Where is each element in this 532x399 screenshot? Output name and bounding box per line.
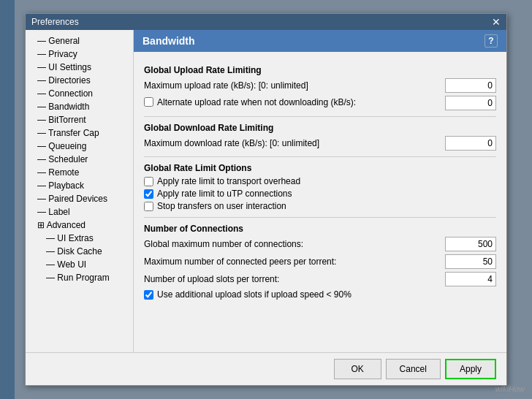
alt-upload-label: Alternate upload rate when not downloadi… [157, 97, 445, 107]
sidebar-item-disk-cache[interactable]: — Disk Cache [26, 245, 133, 258]
sidebar-item-web-ui[interactable]: — Web UI [26, 258, 133, 271]
dialog-footer: OK Cancel Apply [26, 352, 506, 385]
global-max-conn-row: Global maximum number of connections: [144, 237, 496, 251]
apply-button[interactable]: Apply [445, 359, 496, 379]
sidebar-item-scheduler[interactable]: — Scheduler [26, 153, 133, 166]
divider-3 [144, 217, 496, 218]
sidebar-item-playback[interactable]: — Playback [26, 179, 133, 192]
alt-upload-input[interactable] [445, 96, 496, 110]
max-peers-label: Maximum number of connected peers per to… [144, 256, 445, 267]
divider-2 [144, 156, 496, 157]
divider-1 [144, 116, 496, 117]
group-upload-label: Global Upload Rate Limiting [144, 65, 496, 75]
sidebar-item-connection[interactable]: — Connection [26, 87, 133, 100]
utp-connections-row: Apply rate limit to uTP connections [144, 189, 496, 199]
alt-upload-row: Alternate upload rate when not downloadi… [144, 96, 496, 110]
sidebar-item-bandwidth[interactable]: — Bandwidth [26, 100, 133, 113]
sidebar-item-ui-extras[interactable]: — UI Extras [26, 232, 133, 245]
sidebar-item-queueing[interactable]: — Queueing [26, 140, 133, 153]
preferences-dialog: Preferences ✕ — General— Privacy— UI Set… [25, 13, 507, 386]
sidebar-item-remote[interactable]: — Remote [26, 166, 133, 179]
sidebar-item-general[interactable]: — General [26, 34, 133, 48]
max-download-label: Maximum download rate (kB/s): [0: unlimi… [144, 138, 445, 148]
upload-slots-label: Number of upload slots per torrent: [144, 274, 445, 284]
max-upload-label: Maximum upload rate (kB/s): [0: unlimite… [144, 80, 445, 91]
utp-connections-label: Apply rate limit to uTP connections [157, 189, 292, 199]
section-title: Bandwidth [142, 35, 195, 47]
stop-transfers-row: Stop transfers on user interaction [144, 201, 496, 211]
dialog-body: — General— Privacy— UI Settings— Directo… [26, 30, 506, 352]
close-button[interactable]: ✕ [492, 17, 501, 27]
cancel-button[interactable]: Cancel [386, 359, 441, 379]
section-header: Bandwidth ? [134, 30, 506, 52]
transport-overhead-label: Apply rate limit to transport overhead [157, 176, 300, 186]
content-area: Global Upload Rate Limiting Maximum uplo… [134, 52, 506, 352]
dialog-title: Preferences [31, 17, 79, 27]
group-rate-options-label: Global Rate Limit Options [144, 163, 496, 173]
max-download-row: Maximum download rate (kB/s): [0: unlimi… [144, 136, 496, 151]
sidebar-item-ui-settings[interactable]: — UI Settings [26, 61, 133, 74]
max-download-input[interactable] [445, 136, 496, 151]
sidebar-item-advanced[interactable]: ⊞ Advanced [26, 218, 133, 232]
upload-slots-input[interactable] [445, 272, 496, 286]
additional-slots-checkbox[interactable] [144, 290, 153, 300]
group-connections-label: Number of Connections [144, 224, 496, 234]
group-download-label: Global Download Rate Limiting [144, 123, 496, 133]
upload-slots-row: Number of upload slots per torrent: [144, 272, 496, 286]
sidebar-item-bittorrent[interactable]: — BitTorrent [26, 113, 133, 126]
global-max-conn-label: Global maximum number of connections: [144, 239, 445, 249]
stop-transfers-label: Stop transfers on user interaction [157, 201, 286, 211]
sidebar-item-label[interactable]: — Label [26, 205, 133, 218]
max-upload-row: Maximum upload rate (kB/s): [0: unlimite… [144, 78, 496, 93]
sidebar-item-transfer-cap[interactable]: — Transfer Cap [26, 126, 133, 140]
alt-upload-checkbox[interactable] [144, 97, 153, 107]
title-bar: Preferences ✕ [26, 14, 506, 30]
decorative-side [0, 0, 15, 399]
global-max-conn-input[interactable] [445, 237, 496, 251]
transport-overhead-row: Apply rate limit to transport overhead [144, 176, 496, 186]
main-content: Bandwidth ? Global Upload Rate Limiting … [134, 30, 506, 352]
max-peers-input[interactable] [445, 254, 496, 269]
sidebar-item-run-program[interactable]: — Run Program [26, 271, 133, 284]
alt-upload-check-row: Alternate upload rate when not downloadi… [144, 97, 445, 107]
help-button[interactable]: ? [484, 34, 498, 48]
max-peers-row: Maximum number of connected peers per to… [144, 254, 496, 269]
additional-slots-row: Use additional upload slots if upload sp… [144, 289, 496, 300]
sidebar-item-directories[interactable]: — Directories [26, 74, 133, 87]
additional-slots-label: Use additional upload slots if upload sp… [157, 289, 352, 300]
stop-transfers-checkbox[interactable] [144, 202, 153, 211]
max-upload-input[interactable] [445, 78, 496, 93]
transport-overhead-checkbox[interactable] [144, 177, 153, 186]
utp-connections-checkbox[interactable] [144, 189, 153, 199]
watermark: wikiHow [495, 384, 525, 393]
sidebar-item-privacy[interactable]: — Privacy [26, 48, 133, 61]
sidebar: — General— Privacy— UI Settings— Directo… [26, 30, 134, 352]
ok-button[interactable]: OK [334, 359, 381, 379]
sidebar-item-paired-devices[interactable]: — Paired Devices [26, 192, 133, 205]
